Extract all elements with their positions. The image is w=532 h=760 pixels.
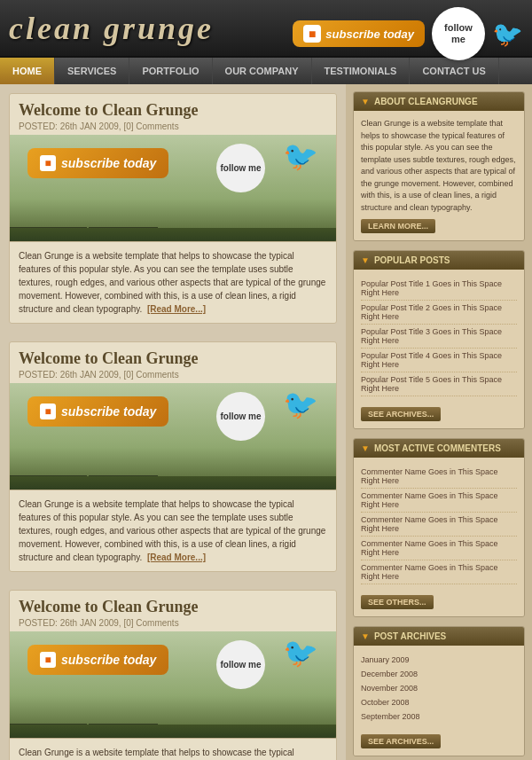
post-2: Welcome to Clean Grunge POSTED: 26th JAN… <box>9 341 337 572</box>
commenter-1[interactable]: Commenter Name Goes in This Space Right … <box>361 465 517 489</box>
twitter-bird-icon: 🐦 <box>492 20 523 49</box>
popular-post-3[interactable]: Popular Post Title 3 Goes in This Space … <box>361 325 517 349</box>
post-3-grass <box>10 725 336 738</box>
commenters-widget: ▼ MOST ACTIVE COMMENTERS Commenter Name … <box>353 438 525 617</box>
archives-widget: ▼ POST ARCHIVES January 2009 December 20… <box>353 626 525 756</box>
about-header-label: ABOUT CLEANGRUNGE <box>374 97 478 106</box>
commenters-icon: ▼ <box>361 443 370 453</box>
archive-2[interactable]: December 2008 <box>361 667 517 681</box>
see-archives-link-1[interactable]: SEE ARCHIVES... <box>361 407 441 421</box>
post-1-title: Welcome to Clean Grunge <box>19 101 327 120</box>
post-2-subscribe-text: subscribe today <box>61 404 156 419</box>
post-3-banner: ■ subscribe today follow me 🐦 TESTIMONIA… <box>10 631 336 738</box>
commenter-4[interactable]: Commenter Name Goes in This Space Right … <box>361 537 517 560</box>
post-2-grass <box>10 476 336 490</box>
archive-5[interactable]: September 2008 <box>361 709 517 724</box>
post-2-bird-icon: 🐦 <box>283 388 318 421</box>
rss-icon: ■ <box>303 25 321 43</box>
nav-home[interactable]: HOME <box>0 58 55 84</box>
follow-label: follow me <box>444 22 473 45</box>
about-widget-header: ▼ ABOUT CLEANGRUNGE <box>354 92 524 111</box>
popular-post-5[interactable]: Popular Post Title 5 Goes in This Space … <box>361 372 517 396</box>
post-1-grass <box>10 228 336 241</box>
nav-our-company[interactable]: OUR COMPANY <box>213 58 312 84</box>
post-2-follow-bubble[interactable]: follow me <box>216 392 265 441</box>
post-2-body: Clean Grunge is a website template that … <box>10 490 336 571</box>
commenters-header: ▼ MOST ACTIVE COMMENTERS <box>354 439 524 458</box>
nav-testimonials[interactable]: TESTIMONIALS <box>312 58 411 84</box>
commenters-body: Commenter Name Goes in This Space Right … <box>354 458 524 616</box>
post-3-subscribe-btn[interactable]: ■ subscribe today <box>27 645 168 675</box>
header-right: ■ subscribe today follow me 🐦 <box>293 7 523 60</box>
about-text: Clean Grunge is a website template that … <box>361 118 517 214</box>
commenter-5[interactable]: Commenter Name Goes in This Space Right … <box>361 560 517 584</box>
main-content: Welcome to Clean Grunge POSTED: 26th JAN… <box>0 84 346 760</box>
site-title: clean grunge <box>9 10 214 47</box>
popular-posts-body: Popular Post Title 1 Goes in This Space … <box>354 270 524 428</box>
see-archives-link-2[interactable]: SEE ARCHIVES... <box>361 734 441 748</box>
popular-post-1[interactable]: Popular Post Title 1 Goes in This Space … <box>361 277 517 301</box>
post-1-meta: POSTED: 26th JAN 2009, [0] Comments <box>19 121 327 131</box>
post-3-rss-icon: ■ <box>40 652 56 668</box>
post-2-read-more[interactable]: [Read More...] <box>147 552 206 562</box>
post-3-meta: POSTED: 26th JAN 2009, [0] Comments <box>19 618 327 628</box>
post-1-rss-icon: ■ <box>40 155 56 171</box>
post-2-subscribe-btn[interactable]: ■ subscribe today <box>27 396 168 427</box>
sidebar: ▼ ABOUT CLEANGRUNGE Clean Grunge is a we… <box>346 84 532 760</box>
archives-body: January 2009 December 2008 November 2008… <box>354 646 524 756</box>
subscribe-badge[interactable]: ■ subscribe today <box>293 20 425 47</box>
post-1-subscribe-text: subscribe today <box>61 156 156 170</box>
nav-contact-us[interactable]: CONTACT US <box>410 58 498 84</box>
post-3-body: Clean Grunge is a website template that … <box>10 738 336 760</box>
archives-label: POST ARCHIVES <box>374 631 446 641</box>
popular-posts-widget: ▼ POPULAR POSTS Popular Post Title 1 Goe… <box>353 250 525 429</box>
post-3-title: Welcome to Clean Grunge <box>19 598 327 616</box>
popular-posts-header: ▼ POPULAR POSTS <box>354 251 524 270</box>
post-2-rss-icon: ■ <box>40 404 56 419</box>
post-3-bird-icon: 🐦 <box>283 636 318 670</box>
content-wrapper: Welcome to Clean Grunge POSTED: 26th JAN… <box>0 84 532 760</box>
post-2-title: Welcome to Clean Grunge <box>19 349 327 368</box>
subscribe-label: subscribe today <box>325 27 414 41</box>
post-1-read-more[interactable]: [Read More...] <box>147 304 206 314</box>
archives-icon: ▼ <box>361 631 370 641</box>
post-1-header: Welcome to Clean Grunge POSTED: 26th JAN… <box>10 94 336 135</box>
nav-portfolio[interactable]: PORTFOLIO <box>129 58 212 84</box>
site-header: clean grunge ■ subscribe today follow me… <box>0 0 532 58</box>
post-3-follow-bubble[interactable]: follow me <box>216 640 265 689</box>
archive-1[interactable]: January 2009 <box>361 653 517 667</box>
post-2-header: Welcome to Clean Grunge POSTED: 26th JAN… <box>10 342 336 383</box>
post-1-banner-bg: ■ subscribe today follow me 🐦 TESTIMONIA… <box>10 135 336 241</box>
archive-3[interactable]: November 2008 <box>361 681 517 695</box>
archive-4[interactable]: October 2008 <box>361 695 517 709</box>
about-widget: ▼ ABOUT CLEANGRUNGE Clean Grunge is a we… <box>353 91 525 241</box>
post-1-bird-icon: 🐦 <box>283 139 318 173</box>
post-1-subscribe-btn[interactable]: ■ subscribe today <box>27 148 168 178</box>
commenter-2[interactable]: Commenter Name Goes in This Space Right … <box>361 489 517 513</box>
post-2-meta: POSTED: 26th JAN 2009, [0] Comments <box>19 370 327 380</box>
post-1-body: Clean Grunge is a website template that … <box>10 241 336 323</box>
about-widget-body: Clean Grunge is a website template that … <box>354 111 524 240</box>
about-icon: ▼ <box>361 97 370 106</box>
post-1: Welcome to Clean Grunge POSTED: 26th JAN… <box>9 93 337 324</box>
popular-posts-label: POPULAR POSTS <box>374 255 450 265</box>
archives-header: ▼ POST ARCHIVES <box>354 627 524 646</box>
see-others-link[interactable]: SEE OTHERS... <box>361 595 434 609</box>
nav-services[interactable]: SERVICES <box>55 58 129 84</box>
commenters-label: MOST ACTIVE COMMENTERS <box>374 443 501 453</box>
popular-post-4[interactable]: Popular Post Title 4 Goes in This Space … <box>361 349 517 372</box>
post-3-subscribe-text: subscribe today <box>61 653 156 667</box>
post-3-banner-bg: ■ subscribe today follow me 🐦 TESTIMONIA… <box>10 631 336 738</box>
post-2-banner: ■ subscribe today follow me 🐦 TESTIMONIA… <box>10 383 336 490</box>
post-1-follow-bubble[interactable]: follow me <box>216 144 265 192</box>
post-2-banner-bg: ■ subscribe today follow me 🐦 TESTIMONIA… <box>10 383 336 490</box>
commenter-3[interactable]: Commenter Name Goes in This Space Right … <box>361 513 517 537</box>
post-3-header: Welcome to Clean Grunge POSTED: 26th JAN… <box>10 591 336 631</box>
post-1-banner: ■ subscribe today follow me 🐦 TESTIMONIA… <box>10 135 336 241</box>
main-nav: HOME SERVICES PORTFOLIO OUR COMPANY TEST… <box>0 58 532 84</box>
learn-more-link[interactable]: LEARN MORE... <box>361 219 435 233</box>
follow-bubble[interactable]: follow me <box>432 7 485 60</box>
popular-icon: ▼ <box>361 255 370 265</box>
popular-post-2[interactable]: Popular Post Title 2 Goes in This Space … <box>361 301 517 325</box>
post-3: Welcome to Clean Grunge POSTED: 26th JAN… <box>9 590 337 760</box>
